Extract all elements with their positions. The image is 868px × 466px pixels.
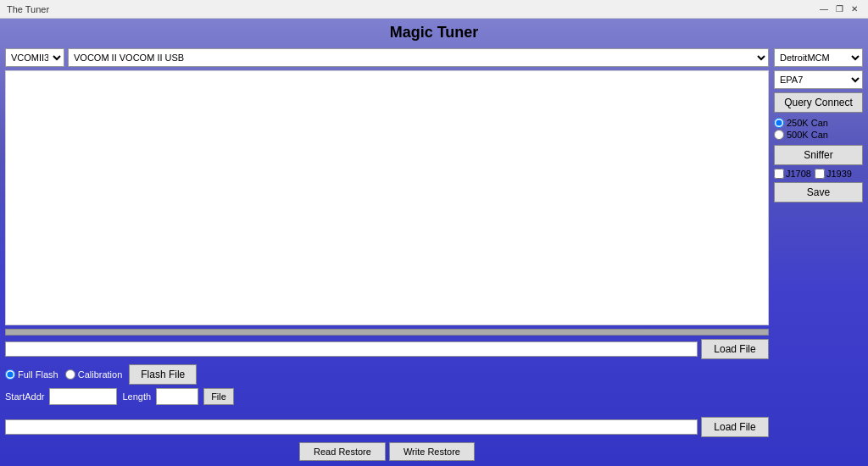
j1708-option[interactable]: J1708 [774,169,811,179]
main-display-area [5,70,769,325]
title-bar: The Tuner — ❐ ✕ [0,0,868,19]
protocol-checkbox-row: J1708 J1939 [774,169,863,179]
500k-radio[interactable] [774,130,784,140]
500k-can-option[interactable]: 500K Can [774,130,863,140]
minimize-button[interactable]: — [817,3,831,16]
flash-file-button[interactable]: Flash File [129,364,197,385]
full-flash-option[interactable]: Full Flash [5,369,58,380]
load-file-2-button[interactable]: Load File [701,417,769,437]
separator-bar [5,329,769,336]
start-addr-label: StartAddr [5,391,44,402]
progress-row: Load File [5,339,769,359]
250k-radio[interactable] [774,118,784,128]
maximize-button[interactable]: ❐ [832,3,846,16]
can-radio-group: 250K Can 500K Can [774,116,863,141]
length-input[interactable] [156,388,198,405]
calibration-option[interactable]: Calibration [65,369,123,380]
epa7-select[interactable]: EPA7 [774,70,863,89]
flash-options-row: Full Flash Calibration Flash File [5,364,769,385]
vocom-device-select[interactable]: VOCOM II VOCOM II USB [68,48,769,67]
j1939-option[interactable]: J1939 [815,169,852,179]
restore-buttons-row: Read Restore Write Restore [5,442,769,461]
load-file-button[interactable]: Load File [701,339,769,359]
j1708-checkbox[interactable] [774,169,784,179]
j1939-checkbox[interactable] [815,169,825,179]
sniffer-button[interactable]: Sniffer [774,145,863,165]
write-restore-button[interactable]: Write Restore [389,442,475,461]
calibration-radio[interactable] [65,369,75,380]
250k-can-option[interactable]: 250K Can [774,118,863,128]
progress-bar [5,341,698,357]
window-title: The Tuner [7,4,49,14]
file-button[interactable]: File [203,388,234,405]
save-button[interactable]: Save [774,182,863,202]
close-button[interactable]: ✕ [848,3,861,16]
full-flash-radio[interactable] [5,369,15,380]
app-container: Magic Tuner VCOMII32 VOCOM II VOCOM II U… [0,19,868,466]
main-row: VCOMII32 VOCOM II VOCOM II USB Load File… [5,48,863,461]
read-restore-button[interactable]: Read Restore [299,442,386,461]
top-selects-row: VCOMII32 VOCOM II VOCOM II USB [5,48,769,67]
query-connect-button[interactable]: Query Connect [774,92,863,113]
restore-progress-bar [5,419,698,435]
left-panel: VCOMII32 VOCOM II VOCOM II USB Load File… [5,48,769,461]
com-port-select[interactable]: VCOMII32 [5,48,64,67]
app-title: Magic Tuner [5,24,863,42]
right-panel: DetroitMCM EPA7 Query Connect 250K Can 5… [774,48,863,461]
length-label: Length [122,391,151,402]
title-bar-controls: — ❐ ✕ [817,3,861,16]
address-row: StartAddr Length File [5,388,769,405]
start-addr-input[interactable] [49,388,117,405]
restore-row: Load File [5,417,769,437]
detroit-mcm-select[interactable]: DetroitMCM [774,48,863,67]
